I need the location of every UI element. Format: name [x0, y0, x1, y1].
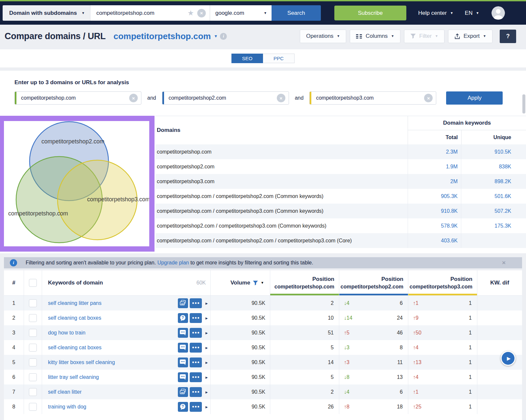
search-scope-dropdown[interactable]: Domain with subdomains ▼ [3, 5, 90, 21]
scroll-right-button[interactable]: ▶ [501, 351, 515, 366]
operations-button[interactable]: Operations ▼ [300, 30, 346, 43]
serp-feature-chat-icon[interactable] [178, 328, 188, 338]
position-2-cell: ↑818 [339, 399, 408, 414]
expand-row-icon[interactable]: ▸ [205, 330, 208, 335]
keyword-row: 1self cleaning litter pans▸90.5K2↓46↑11 [4, 296, 522, 310]
domain-1-field[interactable] [16, 95, 126, 101]
page-scrollbar-thumb[interactable] [522, 94, 525, 113]
select-all-checkbox[interactable] [29, 279, 37, 287]
total-keywords-link[interactable]: 905.3K [408, 189, 461, 204]
keyword-row: 4self-cleaning cat boxes▸90.5K5↓38↑41 [4, 340, 522, 355]
expand-row-icon[interactable]: ▸ [205, 375, 208, 380]
row-number: 1 [4, 296, 24, 310]
serp-feature-chat-icon[interactable] [178, 358, 188, 367]
search-field: ★ × [90, 5, 210, 21]
expand-row-icon[interactable]: ▸ [205, 389, 208, 395]
more-actions-button[interactable] [190, 328, 202, 338]
total-keywords-link[interactable]: 403.6K [408, 233, 461, 248]
more-actions-button[interactable] [190, 372, 202, 382]
row-checkbox-cell [24, 355, 42, 370]
export-label: Export [464, 33, 480, 39]
unique-keywords-link[interactable]: 838K [461, 159, 526, 174]
filter-label: Filter [419, 33, 432, 39]
volume-column-header[interactable]: Volume ▼ [210, 270, 270, 295]
unique-keywords-link[interactable]: 898.2K [461, 174, 526, 189]
more-actions-button[interactable] [190, 387, 202, 397]
domain-3-field[interactable] [311, 95, 421, 101]
serp-feature-image-icon[interactable] [178, 298, 188, 308]
keyword-link[interactable]: litter tray self cleaning [48, 374, 99, 380]
keyword-link[interactable]: dog how to train [48, 330, 85, 336]
keyword-link[interactable]: self-cleaning cat boxes [48, 345, 102, 351]
language-dropdown[interactable]: EN ▼ [465, 10, 479, 16]
tab-seo[interactable]: SEO [231, 54, 263, 63]
help-button[interactable]: ? [500, 30, 516, 43]
subscribe-button[interactable]: Subscribe [334, 6, 406, 20]
serp-feature-chat-icon[interactable] [178, 372, 188, 382]
row-checkbox[interactable] [29, 314, 37, 322]
tab-ppc[interactable]: PPC [263, 54, 295, 63]
clear-domain-1-icon[interactable]: × [129, 94, 138, 102]
more-actions-button[interactable] [190, 402, 202, 412]
clear-domain-2-icon[interactable]: × [277, 94, 285, 102]
row-checkbox[interactable] [29, 329, 37, 337]
position-3-change: ↑9 [413, 315, 418, 321]
keyword-link[interactable]: kitty litter boxes self cleaning [48, 359, 115, 365]
more-actions-button[interactable] [190, 358, 202, 367]
favorite-star-icon[interactable]: ★ [187, 9, 194, 17]
keyword-link[interactable]: training with dog [48, 404, 86, 410]
row-checkbox[interactable] [29, 388, 37, 396]
domain-2-field[interactable] [164, 95, 274, 101]
columns-button[interactable]: Columns ▼ [350, 30, 400, 43]
report-domain-dropdown[interactable]: competitorpetshop.com ▼ [113, 31, 218, 41]
search-button[interactable]: Search [272, 5, 321, 21]
unique-keywords-link[interactable]: 501.6K [461, 189, 526, 204]
filter-button[interactable]: Filter ▼ [404, 30, 444, 43]
user-avatar[interactable] [491, 6, 505, 20]
more-actions-button[interactable] [190, 343, 202, 353]
total-keywords-link[interactable]: 2.3M [408, 144, 461, 159]
filter-funnel-icon[interactable] [253, 281, 258, 285]
close-icon[interactable]: × [502, 259, 506, 266]
search-engine-dropdown[interactable]: google.com ▼ [210, 5, 272, 21]
serp-feature-question-icon[interactable]: ? [178, 313, 188, 323]
operations-label: Operations [306, 33, 333, 39]
info-icon[interactable]: i [220, 33, 227, 40]
clear-search-icon[interactable]: × [197, 9, 206, 17]
total-keywords-link[interactable]: 2M [408, 174, 461, 189]
serp-feature-question-icon[interactable]: ? [178, 402, 188, 412]
expand-row-icon[interactable]: ▸ [205, 345, 208, 350]
row-checkbox[interactable] [29, 373, 37, 381]
clear-domain-3-icon[interactable]: × [424, 94, 433, 102]
export-button[interactable]: Export ▼ [448, 30, 492, 43]
unique-keywords-link[interactable]: 507.2K [461, 204, 526, 218]
expand-row-icon[interactable]: ▸ [205, 315, 208, 321]
chevron-down-icon: ▼ [450, 12, 453, 15]
upgrade-plan-link[interactable]: Upgrade plan [157, 260, 189, 265]
more-actions-button[interactable] [190, 298, 202, 308]
unique-keywords-link[interactable]: 910.5K [461, 144, 526, 159]
total-keywords-link[interactable]: 1.9M [408, 159, 461, 174]
position-2-change: ↓4 [344, 389, 349, 395]
keyword-link[interactable]: self cleaning cat boxes [48, 315, 101, 321]
expand-row-icon[interactable]: ▸ [205, 301, 208, 306]
chevron-down-icon: ▼ [476, 12, 479, 15]
serp-feature-chat-icon[interactable] [178, 343, 188, 353]
total-keywords-link[interactable]: 910.8K [408, 204, 461, 218]
more-actions-button[interactable] [190, 313, 202, 323]
total-keywords-link[interactable]: 578.9K [408, 218, 461, 233]
row-checkbox[interactable] [29, 344, 37, 352]
keyword-link[interactable]: self clean litter [48, 389, 82, 395]
domain-label: competitorpetshop.com / competitorpetsho… [155, 238, 408, 244]
serp-feature-image-icon[interactable] [178, 387, 188, 397]
unique-keywords-link[interactable]: 175.3K [461, 218, 526, 233]
expand-row-icon[interactable]: ▸ [205, 404, 208, 409]
help-center-dropdown[interactable]: Help center ▼ [418, 10, 453, 16]
search-input[interactable] [92, 10, 186, 16]
row-checkbox[interactable] [29, 403, 37, 411]
row-checkbox[interactable] [29, 299, 37, 307]
row-checkbox[interactable] [29, 358, 37, 366]
apply-button[interactable]: Apply [446, 91, 503, 105]
expand-row-icon[interactable]: ▸ [205, 360, 208, 365]
keyword-link[interactable]: self cleaning litter pans [48, 300, 102, 306]
